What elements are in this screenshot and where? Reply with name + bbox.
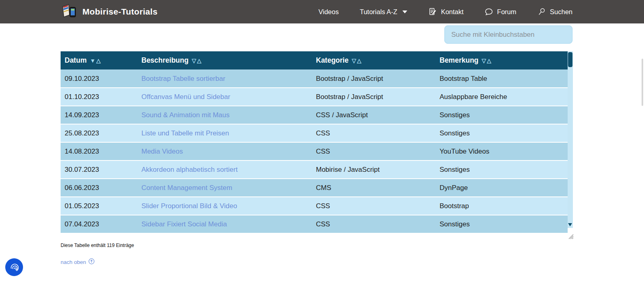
- cell-datum: 30.07.2023: [61, 166, 137, 174]
- sort-desc-icon[interactable]: ▽: [482, 57, 486, 64]
- nav-item-suchen[interactable]: Suchen: [537, 7, 572, 16]
- cell-kategorie: CSS: [312, 148, 436, 156]
- cell-bemerkung: Bootstrap: [436, 202, 568, 210]
- cell-bemerkung: Sonstiges: [436, 111, 568, 119]
- cell-datum: 07.04.2023: [61, 220, 137, 228]
- tutorial-link[interactable]: Content Management System: [141, 184, 232, 192]
- fingerprint-icon: [9, 261, 19, 273]
- cell-beschreibung: Bootstrap Tabelle sortierbar: [137, 75, 312, 83]
- table-row: 06.06.2023 Content Management System CMS…: [61, 178, 568, 196]
- sort-asc-icon[interactable]: △: [197, 57, 202, 64]
- page-scrollbar-thumb[interactable]: [642, 59, 643, 106]
- cell-beschreibung: Media Videos: [137, 148, 312, 156]
- cell-bemerkung: Auslappbare Bereiche: [436, 93, 568, 101]
- nav-item-tutorials-az[interactable]: Tutorials A-Z: [360, 8, 407, 16]
- table-row: 30.07.2023 Akkordeon alphabetisch sortie…: [61, 160, 568, 178]
- table-header-row: Datum ▼△ Beschreibung ▽△ Kategorie ▽△ Be…: [61, 51, 573, 70]
- tutorial-link[interactable]: Offcanvas Menü und Sidebar: [141, 93, 230, 101]
- back-to-top-link[interactable]: nach oben: [61, 258, 95, 266]
- tutorial-link[interactable]: Akkordeon alphabetisch sortiert: [141, 166, 238, 173]
- table-scrollbar-thumb[interactable]: [568, 52, 572, 67]
- column-header-beschreibung[interactable]: Beschreibung ▽△: [137, 51, 312, 70]
- cell-datum: 25.08.2023: [61, 129, 137, 137]
- resize-grip-icon[interactable]: [568, 233, 574, 239]
- table-row: 14.09.2023 Sound & Animation mit Maus CS…: [61, 106, 568, 124]
- column-header-datum[interactable]: Datum ▼△: [61, 51, 137, 70]
- cell-bemerkung: Sonstiges: [436, 166, 568, 174]
- column-label: Kategorie: [316, 56, 349, 65]
- scroll-down-arrow-icon[interactable]: [568, 223, 572, 226]
- column-header-kategorie[interactable]: Kategorie ▽△: [312, 51, 436, 70]
- cell-beschreibung: Slider Proportional Bild & Video: [137, 202, 312, 210]
- nav-item-videos[interactable]: Videos: [318, 8, 339, 16]
- nav-videos-label: Videos: [318, 8, 339, 16]
- brand[interactable]: Mobirise-Tutorials: [61, 4, 158, 20]
- column-label: Beschreibung: [141, 56, 189, 65]
- cell-kategorie: Bootstrap / JavaScript: [312, 75, 436, 83]
- table-row: 14.08.2023 Media Videos CSS YouTube Vide…: [61, 142, 568, 160]
- nav-kontakt-label: Kontakt: [441, 8, 463, 16]
- sort-icons-kategorie[interactable]: ▽△: [352, 57, 362, 64]
- cell-bemerkung: Sonstiges: [436, 129, 568, 137]
- sort-desc-icon[interactable]: ▼: [90, 57, 96, 64]
- cell-datum: 06.06.2023: [61, 184, 137, 192]
- cell-kategorie: CMS: [312, 184, 436, 192]
- nav-item-forum[interactable]: Forum: [484, 7, 516, 16]
- cell-kategorie: Mobirise / JavaScript: [312, 166, 436, 174]
- column-label: Bemerkung: [440, 56, 478, 65]
- tutorial-link[interactable]: Slider Proportional Bild & Video: [141, 202, 237, 210]
- table-entry-count: Diese Tabelle enthält 119 Einträge: [61, 243, 134, 248]
- cell-datum: 09.10.2023: [61, 75, 137, 83]
- tutorial-link[interactable]: Bootstrap Tabelle sortierbar: [141, 75, 225, 82]
- back-to-top-label: nach oben: [61, 259, 86, 265]
- cell-beschreibung: Liste und Tabelle mit Preisen: [137, 129, 312, 137]
- chevron-down-icon: [402, 11, 407, 13]
- table-row: 25.08.2023 Liste und Tabelle mit Preisen…: [61, 124, 568, 142]
- sort-desc-icon[interactable]: ▽: [352, 57, 357, 64]
- cell-beschreibung: Offcanvas Menü und Sidebar: [137, 93, 312, 101]
- nav-suchen-label: Suchen: [550, 8, 572, 16]
- speech-bubble-icon: [484, 7, 493, 16]
- column-header-bemerkung[interactable]: Bemerkung ▽△: [436, 51, 568, 70]
- table-row: 09.10.2023 Bootstrap Tabelle sortierbar …: [61, 70, 568, 87]
- sort-asc-icon[interactable]: △: [96, 57, 101, 64]
- cell-datum: 14.08.2023: [61, 148, 137, 156]
- cell-bemerkung: YouTube Videos: [436, 148, 568, 156]
- cell-beschreibung: Sidebar Fixiert Social Media: [137, 220, 312, 228]
- site-logo-icon: [61, 4, 78, 20]
- tutorial-link[interactable]: Liste und Tabelle mit Preisen: [141, 129, 229, 137]
- search-icon: [537, 7, 546, 16]
- table-scrollbar[interactable]: [568, 51, 573, 228]
- sort-asc-icon[interactable]: △: [357, 57, 362, 64]
- cell-datum: 14.09.2023: [61, 111, 137, 119]
- main-nav: Videos Tutorials A-Z Kontakt Forum: [318, 7, 572, 16]
- cell-beschreibung: Sound & Animation mit Maus: [137, 111, 312, 119]
- sort-icons-datum[interactable]: ▼△: [90, 57, 101, 64]
- tutorial-link[interactable]: Sound & Animation mit Maus: [141, 111, 229, 119]
- tutorial-link[interactable]: Media Videos: [141, 148, 183, 155]
- cell-kategorie: CSS / JavaScript: [312, 111, 436, 119]
- sort-icons-bemerkung[interactable]: ▽△: [482, 57, 492, 64]
- sort-asc-icon[interactable]: △: [487, 57, 492, 64]
- table-row: 01.05.2023 Slider Proportional Bild & Vi…: [61, 196, 568, 215]
- table-search: [444, 25, 572, 44]
- cell-datum: 01.10.2023: [61, 93, 137, 101]
- arrow-up-circle-icon: [88, 258, 95, 266]
- cell-kategorie: CSS: [312, 220, 436, 228]
- contact-note-icon: [428, 7, 437, 16]
- top-navigation-bar: Mobirise-Tutorials Videos Tutorials A-Z …: [0, 0, 644, 23]
- site-title: Mobirise-Tutorials: [82, 7, 158, 17]
- cell-kategorie: CSS: [312, 202, 436, 210]
- privacy-fingerprint-badge[interactable]: [5, 258, 23, 276]
- tutorial-link[interactable]: Sidebar Fixiert Social Media: [141, 220, 227, 228]
- sort-icons-beschreibung[interactable]: ▽△: [192, 57, 202, 64]
- table-body: 09.10.2023 Bootstrap Tabelle sortierbar …: [61, 70, 568, 233]
- sort-desc-icon[interactable]: ▽: [192, 57, 197, 64]
- nav-forum-label: Forum: [497, 8, 516, 16]
- table-row: 07.04.2023 Sidebar Fixiert Social Media …: [61, 215, 568, 233]
- cell-kategorie: Bootstrap / JavaScript: [312, 93, 436, 101]
- nav-item-kontakt[interactable]: Kontakt: [428, 7, 463, 16]
- cell-kategorie: CSS: [312, 129, 436, 137]
- search-input[interactable]: [444, 25, 572, 44]
- tutorials-table: Datum ▼△ Beschreibung ▽△ Kategorie ▽△ Be…: [61, 51, 573, 234]
